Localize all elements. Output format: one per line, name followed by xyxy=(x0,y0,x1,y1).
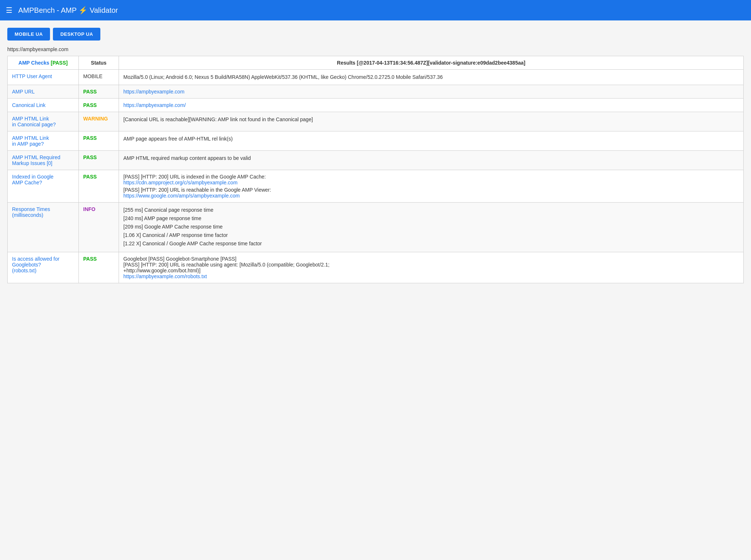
status-cell: PASS xyxy=(79,85,119,99)
status-cell: INFO xyxy=(79,203,119,252)
title-suffix: Validator xyxy=(88,6,118,14)
status-cell: PASS xyxy=(79,99,119,112)
check-cell: Is access allowed for Googlebots? (robot… xyxy=(8,252,79,283)
ua-button-group: MOBILE UA DESKTOP UA xyxy=(7,28,744,41)
mobile-ua-button[interactable]: MOBILE UA xyxy=(7,28,50,41)
result-cell: Googlebot [PASS] Googlebot-Smartphone [P… xyxy=(119,252,744,283)
status-cell: MOBILE xyxy=(79,70,119,85)
app-header: ☰ AMPBench - AMP ⚡ Validator xyxy=(0,0,751,20)
results-table: AMP Checks [PASS] Status Results [@2017-… xyxy=(7,56,744,283)
lightning-icon: ⚡ xyxy=(78,6,88,14)
desktop-ua-button[interactable]: DESKTOP UA xyxy=(53,28,100,41)
table-row: AMP URLPASShttps://ampbyexample.com xyxy=(8,85,744,99)
amp-viewer-link[interactable]: https://www.google.com/amp/s/ampbyexampl… xyxy=(123,193,240,199)
check-cell: Response Times (milliseconds) xyxy=(8,203,79,252)
table-row: Canonical LinkPASShttps://ampbyexample.c… xyxy=(8,99,744,112)
status-cell: PASS xyxy=(79,151,119,170)
table-row: AMP HTML Link in AMP page?PASSAMP page a… xyxy=(8,131,744,151)
amp-url-link[interactable]: https://ampbyexample.com xyxy=(123,89,184,95)
status-cell: PASS xyxy=(79,131,119,151)
status-cell: WARNING xyxy=(79,112,119,131)
check-cell: Indexed in Google AMP Cache? xyxy=(8,170,79,203)
col-header-checks: AMP Checks [PASS] xyxy=(8,56,79,70)
checks-label: AMP Checks xyxy=(19,60,51,66)
result-cell: [Canonical URL is reachable][WARNING: AM… xyxy=(119,112,744,131)
amp-cache-link[interactable]: https://cdn.ampproject.org/c/s/ampbyexam… xyxy=(123,180,238,185)
result-cell: Mozilla/5.0 (Linux; Android 6.0; Nexus 5… xyxy=(119,70,744,85)
table-row: AMP HTML Link in Canonical page?WARNING[… xyxy=(8,112,744,131)
title-prefix: AMPBench - AMP xyxy=(18,6,78,14)
table-row: Indexed in Google AMP Cache?PASS[PASS] [… xyxy=(8,170,744,203)
result-cell: [PASS] [HTTP: 200] URL is indexed in the… xyxy=(119,170,744,203)
col-header-results: Results [@2017-04-13T16:34:56.487Z][vali… xyxy=(119,56,744,70)
col-header-status: Status xyxy=(79,56,119,70)
table-row: HTTP User AgentMOBILEMozilla/5.0 (Linux;… xyxy=(8,70,744,85)
status-cell: PASS xyxy=(79,170,119,203)
pass-badge: [PASS] xyxy=(51,60,68,66)
menu-icon[interactable]: ☰ xyxy=(6,6,12,15)
result-cell: https://ampbyexample.com/ xyxy=(119,99,744,112)
table-row: AMP HTML Required Markup Issues [0]PASSA… xyxy=(8,151,744,170)
main-content: MOBILE UA DESKTOP UA https://ampbyexampl… xyxy=(0,20,751,291)
check-cell: AMP HTML Link in AMP page? xyxy=(8,131,79,151)
result-cell: https://ampbyexample.com xyxy=(119,85,744,99)
check-cell: AMP HTML Link in Canonical page? xyxy=(8,112,79,131)
status-cell: PASS xyxy=(79,252,119,283)
result-cell: AMP page appears free of AMP-HTML rel li… xyxy=(119,131,744,151)
table-row: Response Times (milliseconds)INFO[255 ms… xyxy=(8,203,744,252)
result-cell: AMP HTML required markup content appears… xyxy=(119,151,744,170)
result-cell: [255 ms] Canonical page response time[24… xyxy=(119,203,744,252)
table-row: Is access allowed for Googlebots? (robot… xyxy=(8,252,744,283)
robots-txt-link[interactable]: https://ampbyexample.com/robots.txt xyxy=(123,273,207,279)
check-cell: Canonical Link xyxy=(8,99,79,112)
canonical-link[interactable]: https://ampbyexample.com/ xyxy=(123,102,186,108)
url-display: https://ampbyexample.com xyxy=(7,46,744,52)
check-cell: HTTP User Agent xyxy=(8,70,79,85)
check-cell: AMP URL xyxy=(8,85,79,99)
app-title: AMPBench - AMP ⚡ Validator xyxy=(18,6,118,15)
check-cell: AMP HTML Required Markup Issues [0] xyxy=(8,151,79,170)
